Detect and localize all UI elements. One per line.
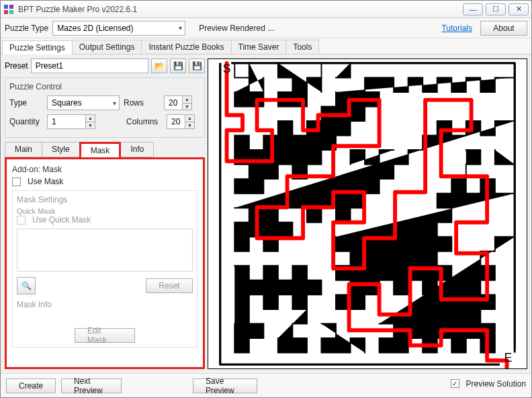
qty-up[interactable]: ▲ (85, 115, 95, 122)
sub-tabs: Main Style Mask Info (5, 142, 205, 157)
maze-preview: S E (208, 58, 527, 369)
preview-solution-checkbox[interactable]: Preview Solution (451, 379, 526, 389)
use-quick-mask-checkbox: Use Quick Mask (17, 215, 193, 225)
quick-mask-preview (17, 229, 193, 272)
cols-up[interactable]: ▲ (185, 115, 194, 122)
type-label: Type (9, 98, 43, 108)
columns-spinner[interactable]: 20 ▲▼ (167, 114, 195, 129)
columns-label: Columns (126, 117, 163, 126)
folder-icon: 📂 (154, 61, 165, 71)
save-preset-button[interactable]: 💾 (170, 58, 186, 73)
quantity-spinner[interactable]: 1 ▲▼ (47, 114, 95, 129)
close-button[interactable]: ✕ (508, 3, 529, 15)
minimize-button[interactable]: — (463, 3, 483, 15)
window-buttons: — ☐ ✕ (463, 3, 529, 15)
chevron-down-icon: ▾ (179, 24, 182, 32)
save-as-icon: 💾 (192, 61, 202, 71)
qty-down[interactable]: ▼ (85, 122, 95, 129)
bottom-bar: Create Next Preview Save Preview Preview… (1, 373, 531, 397)
main-tabs: Puzzle Settings Output Settings Instant … (1, 38, 531, 54)
preset-input[interactable]: Preset1 (31, 58, 148, 73)
quantity-label: Quantity (9, 117, 43, 126)
rows-down[interactable]: ▼ (182, 104, 191, 110)
open-preset-button[interactable]: 📂 (151, 58, 167, 73)
tab-time-saver[interactable]: Time Saver (231, 40, 287, 54)
next-preview-button[interactable]: Next Preview (61, 379, 122, 393)
mask-addon-panel: Add-on: Mask Use Mask Mask Settings Quic… (5, 157, 205, 369)
status-text: Preview Rendered ... (199, 24, 274, 33)
app-icon (3, 4, 14, 15)
save-preview-button[interactable]: Save Preview (193, 379, 257, 393)
svg-rect-0 (4, 5, 8, 9)
top-toolbar: Puzzle Type Mazes 2D (Licensed) ▾ Previe… (1, 18, 531, 38)
maze-end-label: E (504, 351, 513, 364)
subtab-info[interactable]: Info (120, 142, 154, 157)
addon-title: Add-on: Mask (12, 165, 197, 174)
tutorials-link[interactable]: Tutorials (441, 24, 472, 33)
cols-down[interactable]: ▼ (185, 122, 194, 129)
quick-mask-label: Quick Mask (17, 207, 193, 215)
zoom-button[interactable]: 🔍 (17, 277, 36, 294)
type-combo[interactable]: Squares ▾ (47, 95, 120, 110)
window-title: BPT Puzzle Maker Pro v2022.6.1 (18, 5, 463, 14)
tab-output-settings[interactable]: Output Settings (72, 40, 142, 54)
puzzle-type-combo[interactable]: Mazes 2D (Licensed) ▾ (52, 21, 185, 36)
left-panel: Preset Preset1 📂 💾 💾 Puzzle Control Type… (5, 58, 205, 369)
checkbox-icon (12, 177, 21, 186)
tab-instant-puzzle-books[interactable]: Instant Puzzle Books (141, 40, 231, 54)
app-window: BPT Puzzle Maker Pro v2022.6.1 — ☐ ✕ Puz… (0, 0, 532, 398)
mask-info-label: Mask Info (17, 300, 193, 309)
content-area: Preset Preset1 📂 💾 💾 Puzzle Control Type… (1, 54, 531, 373)
tab-tools[interactable]: Tools (285, 40, 319, 54)
mask-settings-group: Mask Settings Quick Mask Use Quick Mask … (12, 190, 197, 348)
svg-rect-1 (9, 5, 13, 9)
titlebar: BPT Puzzle Maker Pro v2022.6.1 — ☐ ✕ (1, 1, 531, 18)
edit-mask-button: Edit Mask (75, 328, 135, 343)
rows-up[interactable]: ▲ (182, 96, 191, 104)
maximize-button[interactable]: ☐ (486, 3, 506, 15)
preset-row: Preset Preset1 📂 💾 💾 (5, 58, 205, 73)
save-preset-as-button[interactable]: 💾 (189, 58, 205, 73)
svg-rect-3 (9, 10, 13, 14)
maze-start-label: S (223, 62, 231, 75)
subtab-style[interactable]: Style (42, 142, 80, 157)
subtab-mask[interactable]: Mask (79, 142, 122, 157)
about-button[interactable]: About (480, 21, 527, 36)
rows-label: Rows (124, 98, 160, 108)
puzzle-type-label: Puzzle Type (5, 24, 48, 33)
puzzle-type-value: Mazes 2D (Licensed) (57, 24, 133, 33)
mask-settings-label: Mask Settings (17, 195, 193, 204)
subtab-main[interactable]: Main (5, 142, 42, 157)
chevron-down-icon: ▾ (113, 100, 116, 107)
checkbox-icon (451, 379, 459, 388)
subtab-panel: Add-on: Mask Use Mask Mask Settings Quic… (5, 157, 205, 369)
svg-rect-2 (4, 10, 8, 14)
save-icon: 💾 (173, 61, 183, 71)
puzzle-control-group: Puzzle Control Type Squares ▾ Rows 20 ▲▼… (5, 77, 205, 138)
use-mask-checkbox[interactable]: Use Mask (12, 177, 197, 186)
checkbox-icon (17, 216, 26, 225)
maze-svg: S E (208, 59, 527, 368)
reset-button: Reset (146, 278, 193, 293)
magnifier-icon: 🔍 (21, 281, 32, 290)
create-button[interactable]: Create (6, 379, 56, 393)
preset-label: Preset (5, 61, 28, 71)
tab-puzzle-settings[interactable]: Puzzle Settings (2, 40, 73, 54)
puzzle-control-title: Puzzle Control (9, 82, 200, 91)
rows-spinner[interactable]: 20 ▲▼ (164, 95, 192, 110)
